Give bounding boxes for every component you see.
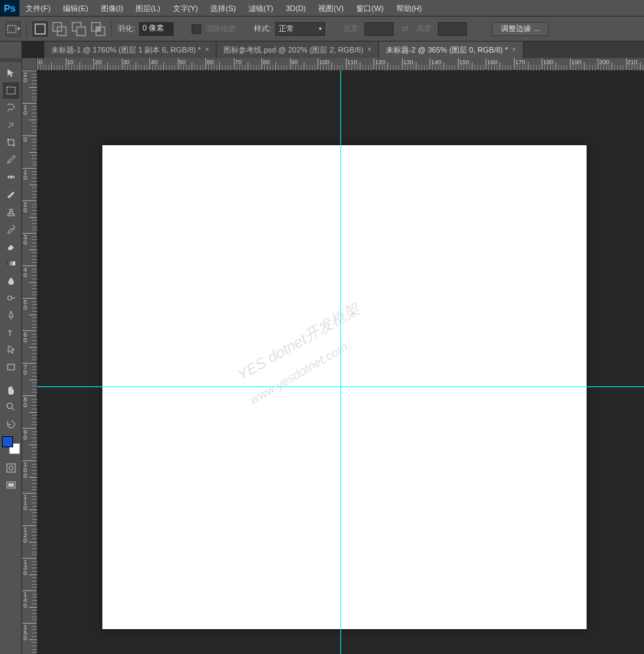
menu-type[interactable]: 文字(Y) (167, 0, 205, 17)
dodge-tool[interactable] (3, 290, 19, 306)
document-tab[interactable]: 未标题-2 @ 365% (图层 0, RGB/8) *× (379, 41, 524, 58)
document-tab[interactable]: 未标题-1 @ 1760% (图层 1 副本 6, RGB/8) *× (44, 41, 217, 58)
current-tool-icon[interactable]: ▾ (6, 21, 21, 37)
toolbox: T (0, 41, 22, 654)
svg-rect-5 (77, 26, 86, 35)
document-tab[interactable]: 图标参考线.psd @ 202% (图层 2, RGB/8)× (217, 41, 379, 58)
menu-select[interactable]: 选择(S) (204, 0, 242, 17)
svg-rect-10 (8, 176, 15, 178)
canvas-area[interactable]: 未标题-1 @ 1760% (图层 1 副本 6, RGB/8) *× 图标参考… (22, 41, 644, 654)
feather-input[interactable]: 0 像素 (139, 22, 174, 36)
magic-wand-tool[interactable] (3, 117, 19, 133)
menu-edit[interactable]: 编辑(E) (57, 0, 95, 17)
quickmask-icon[interactable] (3, 460, 19, 476)
path-select-tool[interactable] (3, 342, 19, 358)
workspace: T 未标题-1 @ 1760% (图层 1 副本 6, RGB/8) *× 图标… (0, 41, 644, 654)
separator (111, 21, 112, 37)
healing-brush-tool[interactable] (3, 169, 19, 185)
options-bar: ▾ 羽化: 0 像素 消除锯齿 样式: 正常▾ 宽度: ⇄ 高度: 调整边缘 .… (0, 17, 644, 41)
lasso-tool[interactable] (3, 100, 19, 116)
type-tool[interactable]: T (3, 324, 19, 341)
app-logo[interactable]: Ps (0, 0, 19, 17)
eyedropper-tool[interactable] (3, 151, 19, 168)
crop-tool[interactable] (3, 134, 19, 151)
close-icon[interactable]: × (367, 41, 371, 58)
svg-rect-8 (96, 26, 100, 30)
svg-rect-9 (7, 87, 15, 94)
menu-view[interactable]: 视图(V) (312, 0, 350, 17)
height-label: 高度: (416, 24, 434, 34)
svg-point-12 (8, 296, 12, 300)
screenmode-icon[interactable] (3, 477, 19, 494)
document-canvas[interactable] (102, 145, 587, 629)
svg-rect-16 (7, 464, 15, 472)
svg-rect-1 (35, 24, 45, 33)
pen-tool[interactable] (3, 307, 19, 324)
rect-marquee-tool[interactable] (3, 82, 19, 99)
svg-point-17 (9, 466, 13, 470)
menu-file[interactable]: 文件(F) (19, 0, 57, 17)
separator (26, 21, 27, 37)
color-swatches[interactable] (2, 436, 20, 454)
shape-tool[interactable] (3, 359, 19, 375)
svg-text:T: T (8, 329, 12, 337)
swap-icon: ⇄ (398, 24, 412, 33)
blur-tool[interactable] (3, 272, 19, 289)
horizontal-ruler[interactable]: 0102030405060708090100110120130140150160… (37, 58, 644, 71)
style-label: 样式: (254, 24, 271, 34)
menu-image[interactable]: 图像(I) (95, 0, 129, 17)
svg-rect-14 (8, 364, 15, 370)
svg-point-15 (7, 403, 12, 409)
selection-intersect-icon[interactable] (91, 21, 106, 37)
clone-stamp-tool[interactable] (3, 203, 19, 220)
ruler-origin[interactable] (22, 58, 37, 71)
menu-3d[interactable]: 3D(D) (279, 0, 312, 17)
style-select[interactable]: 正常▾ (275, 22, 325, 36)
selection-new-icon[interactable] (33, 21, 48, 37)
menu-window[interactable]: 窗口(W) (350, 0, 390, 17)
width-label: 宽度: (343, 24, 360, 34)
toolbox-grip[interactable] (0, 58, 21, 62)
feather-label: 羽化: (118, 24, 135, 34)
menu-help[interactable]: 帮助(H) (390, 0, 428, 17)
hand-tool[interactable] (3, 382, 19, 398)
menubar: Ps 文件(F) 编辑(E) 图像(I) 图层(L) 文字(Y) 选择(S) 滤… (0, 0, 644, 17)
svg-rect-0 (8, 26, 16, 32)
brush-tool[interactable] (3, 186, 19, 203)
width-input (365, 22, 394, 36)
move-tool[interactable] (3, 65, 19, 82)
selection-subtract-icon[interactable] (71, 21, 86, 37)
menu-filter[interactable]: 滤镜(T) (242, 0, 279, 17)
svg-rect-19 (8, 483, 14, 487)
horizontal-guide[interactable] (37, 386, 644, 387)
close-icon[interactable]: × (205, 41, 210, 58)
gradient-tool[interactable] (3, 255, 19, 272)
vertical-guide[interactable] (340, 71, 341, 654)
svg-rect-11 (7, 261, 15, 265)
history-brush-tool[interactable] (3, 221, 19, 237)
antialias-label: 消除锯齿 (205, 24, 236, 34)
foreground-color-swatch[interactable] (2, 436, 13, 447)
refine-edge-button[interactable]: 调整边缘 ... (492, 22, 549, 36)
selection-add-icon[interactable] (52, 21, 67, 37)
vertical-ruler[interactable]: 2 01 001 02 03 04 05 06 07 08 09 01 0 01… (22, 71, 37, 654)
document-tabbar: 未标题-1 @ 1760% (图层 1 副本 6, RGB/8) *× 图标参考… (44, 41, 644, 58)
height-input (438, 22, 467, 36)
antialias-checkbox[interactable] (192, 24, 201, 34)
close-icon[interactable]: × (512, 41, 516, 58)
zoom-tool[interactable] (3, 399, 19, 415)
rotate-view-tool[interactable] (3, 416, 19, 433)
chevron-down-icon: ▾ (319, 26, 322, 32)
eraser-tool[interactable] (3, 238, 19, 254)
chevron-down-icon: ▾ (17, 26, 20, 32)
menu-layer[interactable]: 图层(L) (129, 0, 166, 17)
